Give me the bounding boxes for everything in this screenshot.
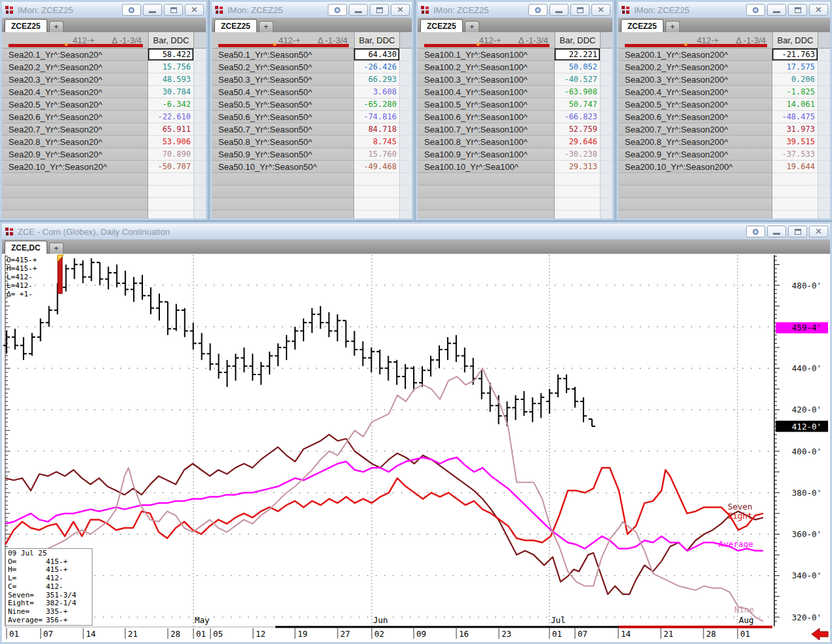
close-button[interactable]: ✕ xyxy=(391,4,410,16)
tab-zcez25[interactable]: ZCEZ25 xyxy=(5,19,47,32)
table-row[interactable]: Sea200.1_Yr^:Season200^-21.763 xyxy=(618,49,830,61)
pin-button[interactable] xyxy=(528,4,547,16)
table-row[interactable]: Sea50.10_Yr^:Season50^-49.468 xyxy=(212,161,412,173)
table-row[interactable]: Sea50.4_Yr^:Season50^3.608 xyxy=(212,86,412,98)
empty-row xyxy=(2,186,206,198)
empty-row xyxy=(418,198,612,211)
row-label: Sea50.5_Yr^:Season50^ xyxy=(212,98,354,111)
add-tab-button[interactable]: + xyxy=(465,21,479,32)
table-row[interactable]: Sea100.5_Yr^:Season100^50.747 xyxy=(418,98,612,111)
restore-button[interactable] xyxy=(164,4,183,16)
table-row[interactable]: Sea20.4_Yr^:Season20^30.784 xyxy=(2,86,206,98)
tab-zcez25[interactable]: ZCEZ25 xyxy=(214,19,257,32)
row-value: 48.593 xyxy=(148,73,194,86)
pin-button[interactable] xyxy=(328,4,347,16)
close-button[interactable]: ✕ xyxy=(809,4,828,16)
add-tab-button[interactable]: + xyxy=(665,21,680,32)
table-row[interactable]: Sea50.1_Yr^:Season50^64.430 xyxy=(212,49,412,61)
table-row[interactable]: Sea20.6_Yr^:Season20^-22.610 xyxy=(2,111,206,123)
table-row[interactable]: Sea20.10_Yr^:Season20^-50.707 xyxy=(2,161,206,173)
close-button[interactable]: ✕ xyxy=(185,4,204,16)
tab-zce-dc[interactable]: ZCE,DC xyxy=(5,241,47,254)
minimize-button[interactable] xyxy=(143,4,162,16)
table-row[interactable]: Sea100.6_Yr^:Season100^-66.823 xyxy=(418,111,612,123)
titlebar[interactable]: IMon: ZCEZ25 ✕ xyxy=(212,2,412,18)
table-row[interactable]: Sea20.1_Yr^:Season20^58.422 xyxy=(2,49,206,61)
table-row[interactable]: Sea50.2_Yr^:Season50^-26.426 xyxy=(212,61,412,73)
close-icon: ✕ xyxy=(815,6,822,14)
row-end-spacer xyxy=(400,161,412,173)
titlebar[interactable]: IMon: ZCEZ25 ✕ xyxy=(418,2,612,18)
pin-button[interactable] xyxy=(746,226,765,237)
tab-zcez25[interactable]: ZCEZ25 xyxy=(621,19,664,32)
add-tab-button[interactable]: + xyxy=(259,21,273,32)
empty-row xyxy=(2,198,206,211)
table-row[interactable]: Sea200.3_Yr^:Season200^0.206 xyxy=(618,73,830,86)
table-row[interactable]: Sea100.8_Yr^:Season100^29.646 xyxy=(418,136,612,148)
table-row[interactable]: Sea100.3_Yr^:Season100^-40.527 xyxy=(418,73,612,86)
table-row[interactable]: Sea200.6_Yr^:Season200^-48.475 xyxy=(618,111,830,123)
minimize-button[interactable] xyxy=(549,4,568,16)
row-label: Sea20.10_Yr^:Season20^ xyxy=(2,161,148,173)
table-row[interactable]: Sea50.3_Yr^:Season50^66.293 xyxy=(212,73,412,86)
restore-button[interactable] xyxy=(570,4,589,16)
row-value: 52.759 xyxy=(555,123,601,136)
table-row[interactable]: Sea200.4_Yr^:Season200^-1.825 xyxy=(618,86,830,98)
table-row[interactable]: Sea50.9_Yr^:Season50^15.760 xyxy=(212,148,412,161)
restore-button[interactable] xyxy=(370,4,389,16)
table-row[interactable]: Sea20.3_Yr^:Season20^48.593 xyxy=(2,73,206,86)
titlebar[interactable]: IMon: ZCEZ25 ✕ xyxy=(2,2,206,18)
row-value: -63.908 xyxy=(555,86,601,98)
chart-canvas[interactable]: MayJunJulAugSevenEightAverageNine480-0'4… xyxy=(2,254,830,642)
tab-zcez25[interactable]: ZCEZ25 xyxy=(420,19,463,32)
empty-row xyxy=(418,186,612,198)
pin-button[interactable] xyxy=(122,4,141,16)
header-range-bar xyxy=(218,44,349,47)
close-icon: ✕ xyxy=(815,228,822,235)
table-row[interactable]: Sea50.6_Yr^:Season50^-74.816 xyxy=(212,111,412,123)
empty-row xyxy=(418,173,612,186)
imon-window: IMon: ZCEZ25 ✕ ZCEZ25 + 412-+ Δ -1-3/4 B… xyxy=(0,0,208,220)
table-rows: Sea100.1_Yr^:Season100^22.221Sea100.2_Yr… xyxy=(418,49,612,220)
table-row[interactable]: Sea20.8_Yr^:Season20^53.906 xyxy=(2,136,206,148)
pin-button[interactable] xyxy=(746,4,765,16)
table-row[interactable]: Sea100.7_Yr^:Season100^52.759 xyxy=(418,123,612,136)
table-row[interactable]: Sea200.2_Yr^:Season200^17.575 xyxy=(618,61,830,73)
restore-button[interactable] xyxy=(788,4,807,16)
table-row[interactable]: Sea100.1_Yr^:Season100^22.221 xyxy=(418,49,612,61)
table-row[interactable]: Sea100.9_Yr^:Season100^-30.238 xyxy=(418,148,612,161)
table-row[interactable]: Sea200.7_Yr^:Season200^31.973 xyxy=(618,123,830,136)
table-row[interactable]: Sea200.5_Yr^:Season200^14.061 xyxy=(618,98,830,111)
table-row[interactable]: Sea20.7_Yr^:Season20^65.911 xyxy=(2,123,206,136)
table-row[interactable]: Sea200.9_Yr^:Season200^-37.533 xyxy=(618,148,830,161)
close-button[interactable]: ✕ xyxy=(591,4,610,16)
plot-background[interactable] xyxy=(2,254,830,642)
table-row[interactable]: Sea50.7_Yr^:Season50^84.718 xyxy=(212,123,412,136)
table-row[interactable]: Sea100.2_Yr^:Season100^50.052 xyxy=(418,61,612,73)
price-chart[interactable]: MayJunJulAugSevenEightAverageNine480-0'4… xyxy=(2,254,830,642)
minimize-button[interactable] xyxy=(767,226,786,237)
minimize-button[interactable] xyxy=(349,4,368,16)
titlebar[interactable]: IMon: ZCEZ25 ✕ xyxy=(618,2,830,18)
table-row[interactable]: Sea100.10_Yr^:Sea100^29.313 xyxy=(418,161,612,173)
date-tick-label: 14 xyxy=(86,629,96,639)
close-button[interactable]: ✕ xyxy=(809,226,828,237)
table-row[interactable]: Sea200.10_Yr^:Season200^19.644 xyxy=(618,161,830,173)
table-row[interactable]: Sea100.4_Yr^:Season100^-63.908 xyxy=(418,86,612,98)
table-row[interactable]: Sea20.5_Yr^:Season20^-6.342 xyxy=(2,98,206,111)
header-column-bar-ddc: Bar, DDC xyxy=(555,32,601,48)
titlebar[interactable]: ZCE - Corn (Globex), Daily Continuation … xyxy=(2,224,830,239)
row-value: 29.313 xyxy=(555,161,601,173)
minimize-icon xyxy=(555,11,563,13)
minimize-button[interactable] xyxy=(767,4,786,16)
table-row[interactable]: Sea50.8_Yr^:Season50^8.745 xyxy=(212,136,412,148)
row-end-spacer xyxy=(400,98,412,111)
add-tab-button[interactable]: + xyxy=(49,21,64,32)
table-row[interactable]: Sea20.9_Yr^:Season20^70.890 xyxy=(2,148,206,161)
table-row[interactable]: Sea50.5_Yr^:Season50^-65.280 xyxy=(212,98,412,111)
table-row[interactable]: Sea20.2_Yr^:Season20^15.756 xyxy=(2,61,206,73)
row-label: Sea200.9_Yr^:Season200^ xyxy=(618,148,772,161)
add-tab-button[interactable]: + xyxy=(49,243,64,254)
restore-button[interactable] xyxy=(788,226,807,237)
table-row[interactable]: Sea200.8_Yr^:Season200^39.515 xyxy=(618,136,830,148)
